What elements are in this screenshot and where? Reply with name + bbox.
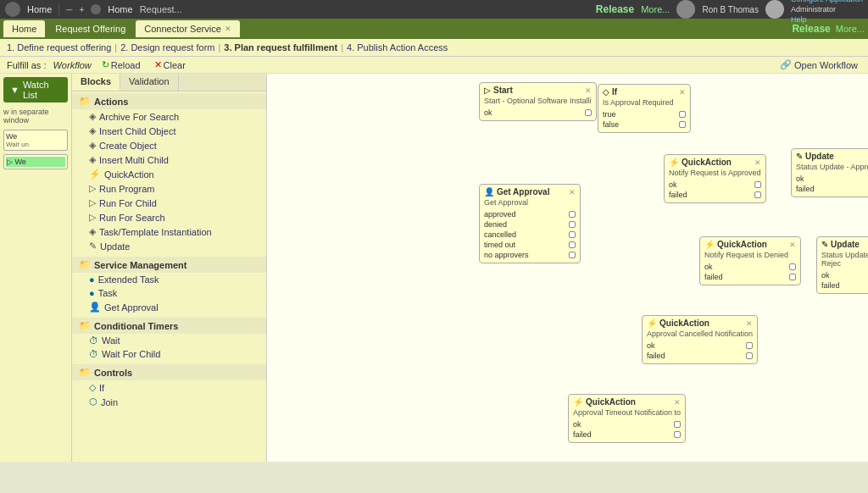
run-program-icon: ▷ (89, 183, 96, 194)
more-nav-label[interactable]: More... (836, 24, 865, 34)
start-desc: Start - Optional Software Installi (484, 97, 592, 105)
reload-btn[interactable]: ↻ Reload (98, 58, 144, 71)
approval-approved-port[interactable] (569, 211, 576, 218)
qa-denied-close[interactable]: ✕ (789, 241, 796, 249)
node-start[interactable]: ▷ Start ✕ Start - Optional Software Inst… (479, 82, 597, 121)
top-icon-plus[interactable]: + (79, 5, 84, 14)
item-insert-multi-child[interactable]: ◈ Insert Multi Child (72, 152, 266, 167)
qa-denied-ok-port[interactable] (789, 263, 796, 270)
top-bar: Home ─ + Home Request... Release More...… (0, 0, 868, 19)
node-update-rejected[interactable]: ✎ Update ✕ Status Update - Approval Reje… (816, 236, 868, 294)
start-ok-port[interactable] (585, 109, 592, 116)
reload-label: Reload (111, 60, 141, 70)
toolbar: Fulfill as : Workflow ↻ Reload ✕ Clear 🔗… (0, 57, 868, 74)
qa-cancelled-failed-port[interactable] (746, 352, 753, 359)
item-wait[interactable]: ⏱ Wait (72, 334, 266, 347)
node-qa-denied[interactable]: ⚡ QuickAction ✕ Notify Request is Denied… (699, 236, 801, 285)
approval-desc: Get Approval (484, 198, 576, 207)
tab-validation[interactable]: Validation (120, 74, 179, 91)
qa-approved-failed-port[interactable] (754, 191, 761, 198)
qa-approved-icon: ⚡ (669, 158, 679, 167)
item-extended-task[interactable]: ● Extended Task (72, 273, 266, 286)
approval-denied-port[interactable] (569, 221, 576, 228)
qa-timeout-failed-port[interactable] (674, 431, 681, 438)
workflow-canvas[interactable]: ▷ Start ✕ Start - Optional Software Inst… (267, 74, 868, 462)
tab-request-offering[interactable]: Request Offering (47, 20, 134, 37)
node-qa-timeout[interactable]: ⚡ QuickAction ✕ Approval Timeout Notific… (568, 394, 686, 443)
item-run-program[interactable]: ▷ Run Program (72, 181, 266, 196)
qa-cancelled-ok-port[interactable] (746, 342, 753, 349)
item-update[interactable]: ✎ Update (72, 239, 266, 253)
item-task[interactable]: ● Task (72, 286, 266, 300)
node-update-approved[interactable]: ✎ Update ✕ Status Update - Approved ok f… (791, 148, 868, 197)
node-qa-approved[interactable]: ⚡ QuickAction ✕ Notify Request is Approv… (664, 154, 766, 203)
section-service-mgmt-header[interactable]: 📁 Service Management (72, 257, 266, 273)
home-tab-link[interactable]: Home (108, 4, 132, 14)
section-controls: 📁 Controls ◇ If ⬡ Join (72, 363, 266, 411)
step-3[interactable]: 3. Plan request fulfillment (224, 42, 337, 53)
left-panel-item-2[interactable]: ▷ We (3, 154, 68, 169)
item-wait-for-child[interactable]: ⏱ Wait For Child (72, 347, 266, 361)
item-run-for-child[interactable]: ▷ Run For Child (72, 196, 266, 210)
item-quickaction[interactable]: ⚡ QuickAction (72, 167, 266, 181)
section-timers-header[interactable]: 📁 Conditional Timers (72, 318, 266, 334)
approval-timedout-port[interactable] (569, 241, 576, 248)
tab-connector-service-close[interactable]: ✕ (225, 25, 231, 33)
extended-task-icon: ● (89, 274, 95, 285)
step-4[interactable]: 4. Publish Action Access (347, 42, 448, 53)
item-run-for-search[interactable]: ▷ Run For Search (72, 210, 266, 224)
tab-home[interactable]: Home (3, 20, 45, 37)
node-qa-cancelled[interactable]: ⚡ QuickAction ✕ Approval Cancelled Notif… (642, 315, 758, 364)
qa-cancelled-close[interactable]: ✕ (746, 319, 753, 328)
top-icon-minus[interactable]: ─ (66, 5, 72, 14)
tab-connector-service[interactable]: Connector Service ✕ (136, 20, 240, 37)
item-get-approval[interactable]: 👤 Get Approval (72, 300, 266, 314)
if1-close[interactable]: ✕ (679, 88, 686, 97)
watch-list-btn[interactable]: ▼ Watch List (3, 77, 68, 102)
tab-connector-service-label: Connector Service (144, 24, 221, 34)
section-controls-header[interactable]: 📁 Controls (72, 364, 266, 380)
qa-approved-close[interactable]: ✕ (754, 158, 761, 167)
release-label[interactable]: Release (596, 3, 634, 15)
qa-approved-ok-port[interactable] (754, 181, 761, 188)
qa-denied-failed-port[interactable] (789, 274, 796, 280)
qa-timeout-ok-port[interactable] (674, 421, 681, 428)
service-mgmt-label: Service Management (94, 260, 186, 270)
open-workflow-icon: 🔗 (780, 59, 792, 70)
more-label[interactable]: More... (641, 4, 670, 14)
item-archive-for-search[interactable]: ◈ Archive For Search (72, 109, 266, 124)
task-template-icon: ◈ (89, 226, 96, 237)
node-get-approval[interactable]: 👤 Get Approval ✕ Get Approval approved d… (479, 184, 581, 263)
item-insert-child-object[interactable]: ◈ Insert Child Object (72, 124, 266, 138)
sidebar-tabs: Blocks Validation (72, 74, 266, 91)
configure-link[interactable]: Configure Application (791, 0, 863, 3)
user-avatar (676, 0, 695, 19)
top-icon-circle (91, 4, 101, 14)
open-workflow-btn[interactable]: 🔗 Open Workflow (776, 58, 861, 71)
run-search-icon: ▷ (89, 212, 96, 223)
step-1[interactable]: 1. Define request offering (7, 42, 111, 53)
item-join[interactable]: ⬡ Join (72, 395, 266, 409)
release-nav-label[interactable]: Release (792, 23, 830, 35)
item-if[interactable]: ◇ If (72, 380, 266, 395)
approval-cancelled-port[interactable] (569, 231, 576, 238)
section-actions-header[interactable]: 📁 Actions (72, 93, 266, 109)
section-conditional-timers: 📁 Conditional Timers ⏱ Wait ⏱ Wait For C… (72, 316, 266, 363)
tab-blocks[interactable]: Blocks (72, 74, 120, 91)
item-task-template[interactable]: ◈ Task/Template Instantiation (72, 224, 266, 239)
if1-false-port[interactable] (679, 121, 686, 128)
step-sep-1: | (114, 42, 117, 53)
node-if1[interactable]: ◇ If ✕ Is Approval Required true false (598, 84, 691, 133)
step-2[interactable]: 2. Design request form (120, 42, 214, 53)
qa-timeout-close[interactable]: ✕ (674, 398, 681, 407)
if1-true-port[interactable] (679, 111, 686, 118)
item-create-object[interactable]: ◈ Create Object (72, 138, 266, 152)
left-panel: ▼ Watch List w in separate window We Wai… (0, 74, 72, 462)
start-close[interactable]: ✕ (585, 86, 592, 95)
clear-btn[interactable]: ✕ Clear (151, 58, 189, 71)
request-link[interactable]: Request... (140, 4, 182, 14)
approval-close[interactable]: ✕ (569, 188, 576, 197)
approval-noapprovers-port[interactable] (569, 252, 576, 258)
left-panel-item-1[interactable]: We Wait un (3, 130, 68, 151)
actions-folder-icon: 📁 (79, 96, 91, 107)
